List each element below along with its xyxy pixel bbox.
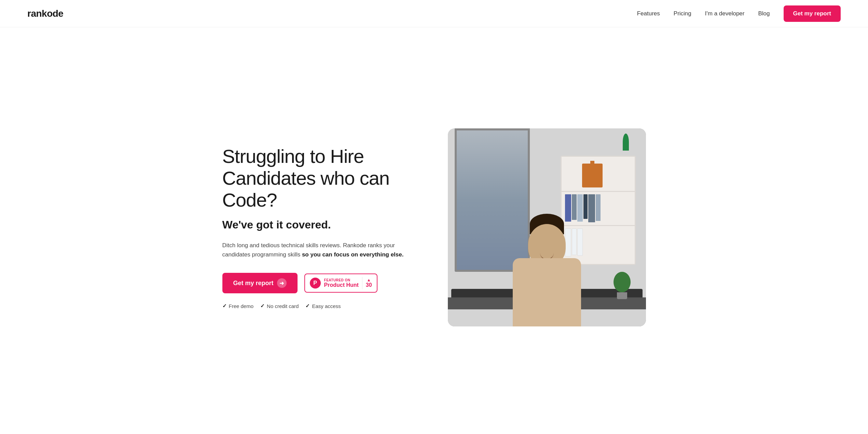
brand-logo[interactable]: rankode (27, 8, 63, 19)
book-5 (588, 194, 595, 222)
hero-actions: Get my report ➜ P FEATURED ON Product Hu… (222, 273, 421, 293)
shelf-row-1 (562, 191, 635, 192)
badge-label-1: Free demo (229, 303, 254, 309)
nav-cta-button[interactable]: Get my report (784, 5, 841, 22)
ph-triangle-icon: ▲ (367, 278, 371, 282)
hero-description: Ditch long and tedious technical skills … (222, 241, 421, 259)
plant-pot (617, 292, 627, 299)
book-4 (583, 194, 588, 219)
book-8 (572, 228, 577, 255)
nav-link-pricing[interactable]: Pricing (674, 10, 691, 17)
badge-free-demo: ✓ Free demo (222, 303, 254, 309)
hero-cta-label: Get my report (233, 280, 274, 287)
hero-image-area (441, 128, 646, 326)
nav-link-features[interactable]: Features (637, 10, 660, 17)
book-7 (565, 228, 571, 256)
ph-divider (362, 277, 362, 289)
product-hunt-text: FEATURED ON Product Hunt (324, 278, 359, 288)
hero-badges: ✓ Free demo ✓ No credit card ✓ Easy acce… (222, 303, 421, 309)
product-hunt-icon: P (310, 278, 321, 289)
bg-shelf (561, 156, 636, 265)
bg-decor (623, 134, 629, 151)
shelf-row-2 (562, 225, 635, 226)
person-body (513, 258, 581, 326)
book-1 (565, 194, 571, 222)
nav-link-developer[interactable]: I'm a developer (705, 10, 745, 17)
badge-no-credit-card: ✓ No credit card (260, 303, 299, 309)
ph-count: 30 (366, 282, 372, 288)
shelf-container (582, 164, 603, 187)
arrow-icon: ➜ (277, 278, 287, 288)
book-3 (577, 194, 583, 222)
ph-count-wrapper: ▲ 30 (366, 278, 372, 288)
badge-easy-access: ✓ Easy access (305, 303, 341, 309)
hero-subtitle: We've got it covered. (222, 218, 421, 231)
navbar: rankode Features Pricing I'm a developer… (0, 0, 868, 27)
book-2 (572, 194, 577, 220)
hero-desc-bold: so you can focus on everything else. (302, 251, 404, 258)
book-9 (577, 228, 583, 256)
ph-featured-on-label: FEATURED ON (324, 278, 359, 282)
nav-link-blog[interactable]: Blog (758, 10, 770, 17)
product-hunt-badge[interactable]: P FEATURED ON Product Hunt ▲ 30 (304, 274, 377, 293)
plant-leaves (614, 272, 631, 292)
check-icon-1: ✓ (222, 303, 227, 309)
check-icon-3: ✓ (305, 303, 310, 309)
bg-plant (612, 272, 632, 299)
badge-label-3: Easy access (312, 303, 341, 309)
book-6 (596, 194, 601, 221)
hero-image (448, 128, 646, 326)
badge-label-2: No credit card (267, 303, 299, 309)
hero-content: Struggling to Hire Candidates who can Co… (222, 145, 421, 309)
hero-image-bg (448, 128, 646, 326)
bg-window-frame (455, 128, 530, 272)
ph-name-label: Product Hunt (324, 282, 359, 288)
nav-links: Features Pricing I'm a developer Blog Ge… (637, 5, 841, 22)
check-icon-2: ✓ (260, 303, 265, 309)
hero-cta-button[interactable]: Get my report ➜ (222, 273, 298, 293)
hero-title: Struggling to Hire Candidates who can Co… (222, 145, 421, 211)
hero-section: Struggling to Hire Candidates who can Co… (195, 27, 673, 434)
